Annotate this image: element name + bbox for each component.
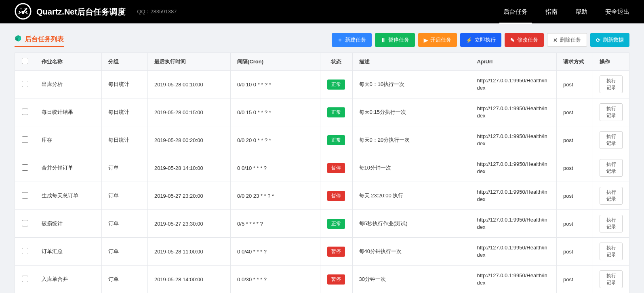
status-badge: 暂停: [327, 247, 345, 257]
row-log-button[interactable]: 执行记录: [600, 75, 623, 93]
cell-op: 执行记录: [593, 182, 629, 210]
cell-desc: 每40分钟执行一次: [352, 238, 470, 266]
topnav-item[interactable]: 帮助: [575, 0, 587, 23]
pause-icon: ⏸: [381, 37, 386, 43]
cell-status: 暂停: [320, 266, 352, 293]
cell-api: http://127.0.0.1:9950/Health/index: [470, 98, 557, 126]
row-checkbox[interactable]: [22, 192, 28, 199]
col-last: 最后执行时间: [147, 53, 230, 71]
select-all-checkbox[interactable]: [22, 58, 28, 64]
cell-status: 暂停: [320, 238, 352, 266]
col-op: 操作: [593, 53, 629, 71]
row-log-button[interactable]: 执行记录: [600, 243, 623, 260]
cell-op: 执行记录: [593, 266, 629, 293]
modify-task-button[interactable]: ✎修改任务: [505, 33, 544, 47]
cell-method: post: [557, 210, 593, 238]
cell-op: 执行记录: [593, 154, 629, 182]
col-status: 状态: [320, 53, 352, 71]
pause-task-button[interactable]: ⏸暂停任务: [375, 33, 415, 47]
cell-desc: 每天0：10执行一次: [352, 71, 470, 98]
cell-cron: 0 0/40 * * * ?: [231, 238, 320, 266]
row-log-button[interactable]: 执行记录: [600, 270, 623, 288]
cell-group: 每日统计: [102, 98, 147, 126]
svg-point-3: [19, 11, 20, 12]
row-checkbox[interactable]: [22, 109, 28, 115]
cell-status: 正常: [320, 71, 352, 98]
row-log-button[interactable]: 执行记录: [600, 187, 623, 205]
cell-desc: 每天 23:20:00 执行: [352, 182, 470, 210]
run-now-label: 立即执行: [475, 36, 496, 44]
cell-op: 执行记录: [593, 210, 629, 238]
cell-api: http://127.0.0.1:9950/Health/index: [470, 210, 557, 238]
cube-icon: [15, 35, 22, 44]
table-row: 合并分销订单订单2019-05-28 14:10:000 0/10 * * * …: [15, 154, 629, 182]
cell-desc: 每天0:15分执行一次: [352, 98, 470, 126]
cell-status: 正常: [320, 126, 352, 154]
cell-name: 合并分销订单: [35, 154, 102, 182]
row-log-button[interactable]: 执行记录: [600, 215, 623, 232]
col-desc: 描述: [352, 53, 470, 71]
run-now-button[interactable]: ⚡立即执行: [460, 33, 501, 47]
cell-cron: 0 0/30 * * * ?: [231, 266, 320, 293]
cell-name: 库存: [35, 126, 102, 154]
cell-group: 订单: [102, 210, 147, 238]
cell-name: 破损统计: [35, 210, 102, 238]
start-task-label: 开启任务: [430, 36, 451, 44]
col-checkbox: [15, 53, 35, 71]
cell-cron: 0 0/10 * * * ?: [231, 154, 320, 182]
cell-desc: 30分钟一次: [352, 266, 470, 293]
delete-task-button[interactable]: ✕删除任务: [547, 33, 587, 47]
table-header-row: 作业名称 分组 最后执行时间 间隔(Cron) 状态 描述 ApiUrl 请求方…: [15, 53, 629, 71]
plus-icon: ＋: [337, 36, 343, 44]
cell-last: 2019-05-28 14:10:00: [147, 154, 230, 182]
svg-point-4: [21, 8, 22, 9]
status-badge: 暂停: [327, 274, 345, 285]
cell-api: http://127.0.0.1:9950/Health/index: [470, 182, 557, 210]
row-log-button[interactable]: 执行记录: [600, 159, 623, 177]
cell-method: post: [557, 182, 593, 210]
cell-name: 出库分析: [35, 71, 102, 98]
new-task-button[interactable]: ＋新建任务: [332, 33, 372, 47]
brand: Quartz.Net后台任务调度 QQ：283591387: [15, 3, 177, 21]
cell-cron: 0/0 15 0 * * ? *: [231, 98, 320, 126]
row-checkbox[interactable]: [22, 220, 28, 226]
toolbar: 后台任务列表 ＋新建任务 ⏸暂停任务 ▶开启任务 ⚡立即执行 ✎修改任务 ✕删除…: [15, 33, 629, 47]
cell-cron: 0/0 20 0 * * ? *: [231, 126, 320, 154]
col-group: 分组: [102, 53, 147, 71]
cell-api: http://127.0.0.1:9950/Health/index: [470, 71, 557, 98]
status-badge: 正常: [327, 219, 345, 229]
col-method: 请求方式: [557, 53, 593, 71]
cell-desc: 每天0：20分执行一次: [352, 126, 470, 154]
cell-op: 执行记录: [593, 71, 629, 98]
topnav-item[interactable]: 指南: [545, 0, 558, 23]
row-checkbox[interactable]: [22, 248, 28, 254]
table-row: 破损统计订单2019-05-27 23:30:000/5 * * * * ?正常…: [15, 210, 629, 238]
tasks-table: 作业名称 分组 最后执行时间 间隔(Cron) 状态 描述 ApiUrl 请求方…: [15, 52, 629, 293]
cell-method: post: [557, 266, 593, 293]
cell-cron: 0/0 20 23 * * ? *: [231, 182, 320, 210]
refresh-button[interactable]: ⟳刷新数据: [590, 33, 629, 47]
play-icon: ▶: [424, 37, 428, 43]
cell-last: 2019-05-27 23:20:00: [147, 182, 230, 210]
cell-cron: 0/0 10 0 * * ? *: [231, 71, 320, 98]
cell-last: 2019-05-28 11:00:00: [147, 238, 230, 266]
row-checkbox[interactable]: [22, 276, 28, 282]
content: 后台任务列表 ＋新建任务 ⏸暂停任务 ▶开启任务 ⚡立即执行 ✎修改任务 ✕删除…: [0, 23, 644, 293]
row-checkbox[interactable]: [22, 164, 28, 171]
row-checkbox[interactable]: [22, 136, 28, 143]
row-log-button[interactable]: 执行记录: [600, 131, 623, 149]
status-badge: 暂停: [327, 163, 345, 173]
pause-task-label: 暂停任务: [388, 36, 409, 44]
table-row: 入库单合并订单2019-05-28 14:00:000 0/30 * * * ?…: [15, 266, 629, 293]
row-log-button[interactable]: 执行记录: [600, 103, 623, 121]
table-row: 每日统计结果每日统计2019-05-28 00:15:000/0 15 0 * …: [15, 98, 629, 126]
table-row: 库存每日统计2019-05-28 00:20:000/0 20 0 * * ? …: [15, 126, 629, 154]
topnav-item[interactable]: 后台任务: [503, 0, 528, 23]
topnav-item[interactable]: 安全退出: [605, 0, 629, 23]
cell-cron: 0/5 * * * * ?: [231, 210, 320, 238]
cell-op: 执行记录: [593, 126, 629, 154]
start-task-button[interactable]: ▶开启任务: [418, 33, 457, 47]
refresh-icon: ⟳: [596, 37, 600, 43]
row-checkbox[interactable]: [22, 81, 28, 87]
modify-task-label: 修改任务: [517, 36, 538, 44]
